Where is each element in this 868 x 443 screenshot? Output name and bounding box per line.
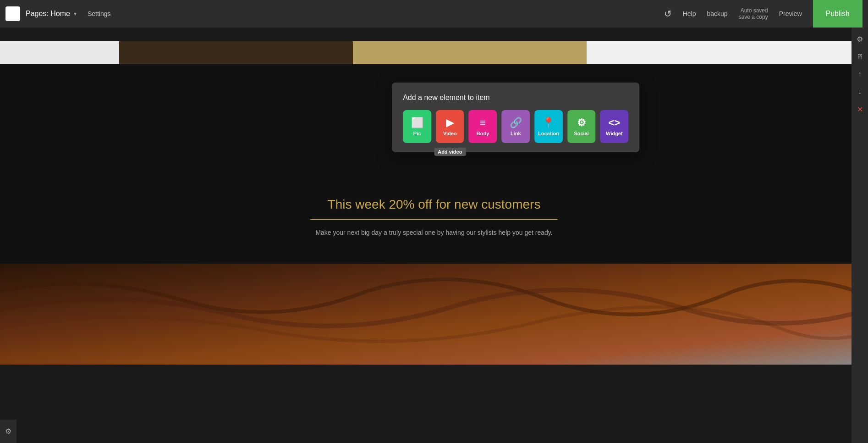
add-video-tooltip: Add video <box>434 148 466 156</box>
gear-icon[interactable]: ⚙ <box>857 35 863 44</box>
settings-link[interactable]: Settings <box>88 10 111 17</box>
autosaved-status: Auto saved save a copy <box>739 7 768 20</box>
pages-dropdown-icon[interactable]: ▾ <box>74 11 77 17</box>
popup-elements: ⬜ Pic ▶ Video Add video ≡ Body 🔗 L <box>403 110 628 143</box>
navbar-right: ↺ Help backup Auto saved save a copy Pre… <box>664 0 863 28</box>
bottom-image <box>0 264 868 365</box>
video-icon: ▶ <box>446 117 454 129</box>
dark-section: Add a new element to item ⬜ Pic ▶ Video … <box>0 64 868 183</box>
element-social-button[interactable]: ⚙ Social <box>567 110 596 143</box>
image-center <box>119 41 353 64</box>
element-link-button[interactable]: 🔗 Link <box>501 110 530 143</box>
popup-overlay: Add a new element to item ⬜ Pic ▶ Video … <box>392 83 639 152</box>
location-label: Location <box>538 131 559 136</box>
help-link[interactable]: Help <box>683 10 696 17</box>
pic-label: Pic <box>413 131 421 136</box>
element-location-button[interactable]: 📍 Location <box>534 110 563 143</box>
body-icon: ≡ <box>480 117 486 129</box>
publish-button[interactable]: Publish <box>813 0 863 28</box>
right-sidebar: ⚙ 🖥 ↑ ↓ ✕ <box>852 28 868 443</box>
pages-title: Pages: Home <box>26 10 70 18</box>
social-icon: ⚙ <box>577 117 586 129</box>
settings-icon[interactable]: ⚙ <box>5 427 11 436</box>
social-label: Social <box>574 131 588 136</box>
element-widget-button[interactable]: <> Widget <box>600 110 629 143</box>
undo-button[interactable]: ↺ <box>664 8 672 19</box>
move-up-icon[interactable]: ↑ <box>858 70 862 78</box>
image-right <box>587 41 868 64</box>
location-icon: 📍 <box>542 117 555 129</box>
link-icon: 🔗 <box>510 117 522 129</box>
desktop-icon[interactable]: 🖥 <box>856 53 863 61</box>
image-left <box>0 41 119 64</box>
left-sidebar: ⚙ <box>0 420 16 443</box>
add-element-popup: Add a new element to item ⬜ Pic ▶ Video … <box>392 83 639 152</box>
pic-icon: ⬜ <box>411 117 423 129</box>
body-label: Body <box>477 131 489 136</box>
element-pic-button[interactable]: ⬜ Pic <box>403 110 431 143</box>
image-gold <box>353 41 587 64</box>
preview-link[interactable]: Preview <box>779 10 802 17</box>
element-body-button[interactable]: ≡ Body <box>469 110 497 143</box>
top-banner <box>0 28 868 41</box>
site-logo <box>5 6 20 21</box>
link-label: Link <box>511 131 521 136</box>
widget-icon: <> <box>609 117 621 129</box>
navbar: Pages: Home ▾ Settings ↺ Help backup Aut… <box>0 0 868 28</box>
image-strip <box>0 41 868 64</box>
canvas-area: Add a new element to item ⬜ Pic ▶ Video … <box>0 28 868 443</box>
widget-label: Widget <box>606 131 623 136</box>
move-down-icon[interactable]: ↓ <box>858 88 862 96</box>
backup-link[interactable]: backup <box>707 10 728 17</box>
promo-subtitle: Make your next big day a truly special o… <box>315 229 552 236</box>
element-video-button[interactable]: ▶ Video Add video <box>436 110 464 143</box>
promo-divider <box>310 219 558 220</box>
popup-title: Add a new element to item <box>403 94 628 102</box>
delete-icon[interactable]: ✕ <box>857 105 863 114</box>
promo-title: This week 20% off for new customers <box>328 197 541 212</box>
promo-section: This week 20% off for new customers Make… <box>0 183 868 264</box>
video-label: Video <box>443 131 457 136</box>
